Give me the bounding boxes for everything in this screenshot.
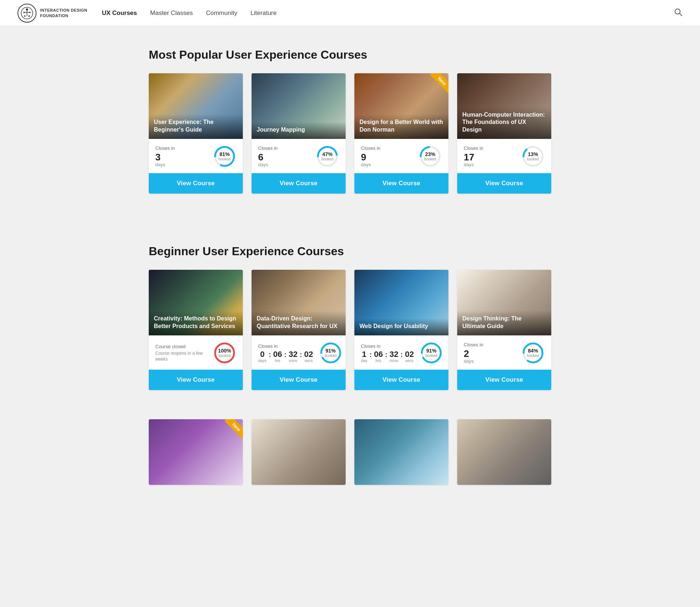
course-card-design-thinking: Design Thinking: The Ultimate Guide Clos… <box>457 270 551 390</box>
card-title: Design Thinking: The Ultimate Guide <box>457 311 551 335</box>
nav-community[interactable]: Community <box>206 9 237 16</box>
view-course-button[interactable]: View Course <box>457 173 551 194</box>
countdown-days: 0 <box>258 350 267 358</box>
card-image: Human-Computer Interaction: The Foundati… <box>457 73 551 139</box>
card-image: Journey Mapping <box>252 73 346 139</box>
donut-chart: 23% booked <box>419 145 442 168</box>
donut-booked: booked <box>219 157 231 161</box>
view-course-button[interactable]: View Course <box>252 173 346 194</box>
closes-in-label: Closes in <box>361 343 414 349</box>
card-title: Web Design for Usability <box>354 318 448 335</box>
course-card-don-norman: New Design for a Better World with Don N… <box>354 73 448 194</box>
view-course-button[interactable]: View Course <box>252 370 346 390</box>
logo[interactable]: INTERACTION DESIGN FOUNDATION <box>18 4 87 23</box>
card-body: Closes in 9 days 23% booked <box>354 139 448 173</box>
section-popular: Most Popular User Experience Courses Use… <box>149 26 551 223</box>
section-beginner-title: Beginner User Experience Courses <box>149 245 551 258</box>
donut-percent: 84% <box>527 348 539 354</box>
section-popular-title: Most Popular User Experience Courses <box>149 48 551 62</box>
countdown-mins: 32 <box>389 350 398 358</box>
card-title: Journey Mapping <box>252 122 346 139</box>
view-course-button[interactable]: View Course <box>354 370 448 390</box>
svg-point-4 <box>23 12 25 13</box>
course-card-more4 <box>457 419 551 485</box>
nav-literature[interactable]: Literature <box>250 9 277 16</box>
closes-in-label: Closes in <box>258 343 313 349</box>
donut-chart: 84% booked <box>521 341 545 365</box>
more-card-grid: New <box>149 419 551 485</box>
card-info: Closes in 1 day : 06 hrs : 32 mins <box>361 343 414 363</box>
card-info: Closes in 3 days <box>155 145 207 167</box>
closes-unit: days <box>464 162 516 167</box>
card-title: Data-Driven Design: Quantitative Researc… <box>252 311 346 335</box>
donut-booked: booked <box>324 354 337 358</box>
svg-point-5 <box>29 12 31 13</box>
card-image <box>457 419 551 485</box>
countdown-secs: 02 <box>304 350 313 358</box>
card-title: Human-Computer Interaction: The Foundati… <box>457 107 551 139</box>
card-image <box>354 419 448 485</box>
card-title: Design for a Better World with Don Norma… <box>354 114 448 139</box>
course-card-journey-mapping: Journey Mapping Closes in 6 days 47% boo… <box>252 73 346 194</box>
card-body: Closes in 1 day : 06 hrs : 32 mins <box>354 335 448 370</box>
popular-card-grid: User Experience: The Beginner's Guide Cl… <box>149 73 551 194</box>
card-image: New Design for a Better World with Don N… <box>354 73 448 139</box>
nav-master-classes[interactable]: Master Classes <box>150 9 193 16</box>
closes-value: 2 <box>464 349 516 358</box>
nav-ux-courses[interactable]: UX Courses <box>102 9 137 16</box>
view-course-button[interactable]: View Course <box>149 370 243 390</box>
donut-booked: booked <box>527 157 539 161</box>
donut-booked: booked <box>424 157 436 161</box>
course-card-more2 <box>252 419 346 485</box>
course-card-data-driven-design: Data-Driven Design: Quantitative Researc… <box>252 270 346 390</box>
course-card-more3 <box>354 419 448 485</box>
closes-unit: days <box>155 162 207 167</box>
view-course-button[interactable]: View Course <box>457 370 551 390</box>
logo-text: INTERACTION DESIGN FOUNDATION <box>40 8 87 18</box>
course-card-creativity-methods: Creativity: Methods to Design Better Pro… <box>149 270 243 390</box>
beginner-card-grid: Creativity: Methods to Design Better Pro… <box>149 270 551 390</box>
badge-new: New <box>221 419 243 441</box>
section-more: New <box>149 419 551 514</box>
closes-in-label: Closes in <box>258 145 310 151</box>
closes-in-label: Closes in <box>464 342 516 347</box>
donut-chart: 81% booked <box>213 145 236 168</box>
course-closed-label: Course closed <box>155 344 207 349</box>
donut-percent: 91% <box>425 348 438 354</box>
logo-icon <box>18 4 36 23</box>
svg-point-6 <box>24 15 26 17</box>
view-course-button[interactable]: View Course <box>149 173 243 194</box>
card-title: User Experience: The Beginner's Guide <box>149 114 243 139</box>
donut-percent: 81% <box>219 152 231 157</box>
card-info: Closes in 17 days <box>464 145 516 167</box>
card-info: Closes in 0 days : 06 hrs : 32 mins <box>258 343 313 363</box>
donut-chart: 91% booked <box>319 341 342 365</box>
closes-in-label: Closes in <box>155 145 207 151</box>
donut-percent: 47% <box>322 152 334 157</box>
card-title: Creativity: Methods to Design Better Pro… <box>149 311 243 335</box>
badge-new: New <box>427 73 448 95</box>
donut-chart: 91% booked <box>420 341 443 365</box>
svg-point-7 <box>28 15 30 17</box>
course-card-ux-beginner: User Experience: The Beginner's Guide Cl… <box>149 73 243 194</box>
view-course-button[interactable]: View Course <box>354 173 448 194</box>
search-icon[interactable] <box>674 8 682 19</box>
closes-value: 6 <box>258 152 310 162</box>
closes-value: 17 <box>464 152 516 162</box>
donut-percent: 91% <box>324 348 337 354</box>
card-body: Closes in 2 days 84% booked <box>457 335 551 370</box>
card-body: Course closed Course reopens in a few we… <box>149 335 243 370</box>
donut-percent: 100% <box>218 348 231 354</box>
closes-value: 9 <box>361 152 413 162</box>
svg-point-1 <box>26 8 28 11</box>
card-image: Creativity: Methods to Design Better Pro… <box>149 270 243 335</box>
card-info: Closes in 2 days <box>464 342 516 364</box>
nav-links: UX Courses Master Classes Community Lite… <box>102 9 276 17</box>
donut-booked: booked <box>527 354 539 358</box>
card-image: User Experience: The Beginner's Guide <box>149 73 243 139</box>
card-image: New <box>149 419 243 485</box>
donut-chart: 13% booked <box>521 145 545 168</box>
countdown-days: 1 <box>361 350 368 358</box>
countdown-secs: 02 <box>405 350 414 358</box>
donut-booked: booked <box>322 157 334 161</box>
